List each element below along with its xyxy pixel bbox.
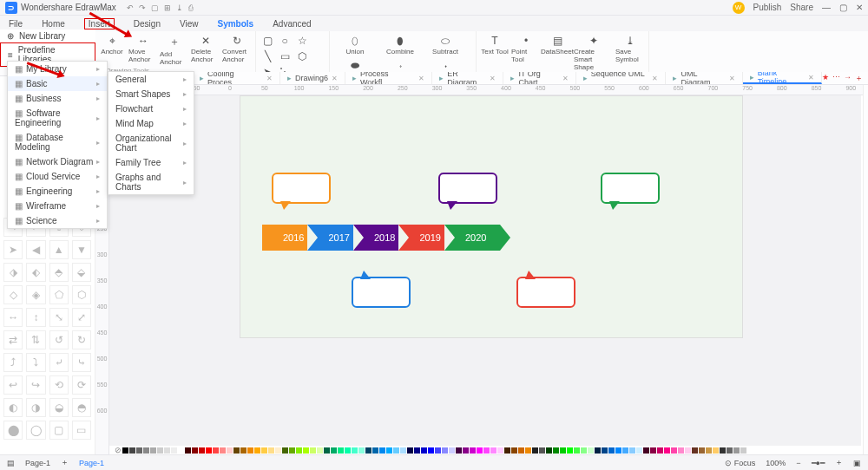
color-swatch[interactable] xyxy=(338,447,344,454)
shape-thumbnail[interactable]: ↔ xyxy=(3,308,23,327)
color-swatch[interactable] xyxy=(150,447,156,454)
shape-thumbnail[interactable]: ⤴ xyxy=(3,353,23,372)
shape-thumbnail[interactable]: ◀ xyxy=(26,240,45,259)
tab-star-icon[interactable]: ★ xyxy=(822,73,829,84)
category-item[interactable]: ▦Wireframe▸ xyxy=(8,199,107,213)
color-swatch[interactable] xyxy=(358,447,365,454)
color-swatch[interactable] xyxy=(581,447,587,454)
callout-2019[interactable] xyxy=(516,277,575,308)
color-swatch[interactable] xyxy=(206,447,212,454)
shape-thumbnail[interactable]: ⟳ xyxy=(72,375,91,395)
callout-2017[interactable] xyxy=(352,277,411,308)
category-item[interactable]: ▦My Library▸ xyxy=(8,62,107,76)
new-library-button[interactable]: ⊕New Library xyxy=(0,29,95,42)
bool-combine[interactable]: ⬮Combine xyxy=(378,33,422,55)
timeline-arrows[interactable]: 2016 2017 2018 2019 2020 xyxy=(262,225,500,251)
color-swatch[interactable] xyxy=(282,447,288,454)
color-swatch[interactable] xyxy=(365,447,372,454)
color-swatch[interactable] xyxy=(740,447,746,454)
category-item[interactable]: ▦Network Diagram▸ xyxy=(8,154,107,169)
color-swatch[interactable] xyxy=(525,447,531,454)
color-swatch[interactable] xyxy=(692,447,698,454)
shape-star[interactable]: ☆ xyxy=(294,33,310,47)
color-swatch[interactable] xyxy=(254,447,260,454)
qat-print-icon[interactable]: ⎙ xyxy=(188,3,193,12)
datasheet-tool[interactable]: ▤DataSheet xyxy=(542,33,572,71)
color-swatch[interactable] xyxy=(261,447,267,454)
text-tool[interactable]: TText Tool xyxy=(480,33,510,71)
color-swatch[interactable] xyxy=(470,447,476,454)
color-swatch[interactable] xyxy=(317,447,323,454)
color-swatch[interactable] xyxy=(629,447,635,454)
document-tab[interactable]: ▸UML Diagram✕ xyxy=(666,72,742,84)
savesymbol-tool[interactable]: ⤓Save Symbol xyxy=(615,33,645,71)
shape-line[interactable]: ╲ xyxy=(260,49,275,62)
color-swatch[interactable] xyxy=(622,447,628,454)
color-swatch[interactable] xyxy=(615,447,621,454)
color-swatch[interactable] xyxy=(713,447,719,454)
color-swatch[interactable] xyxy=(574,447,580,454)
user-avatar[interactable]: W xyxy=(733,2,745,14)
tab-close-icon[interactable]: ✕ xyxy=(562,75,569,82)
color-swatch[interactable] xyxy=(490,447,496,454)
category-item[interactable]: ▦Basic▸ xyxy=(8,76,107,91)
publish-button[interactable]: Publish xyxy=(753,3,782,12)
smartshape-tool[interactable]: ✦Create Smart Shape xyxy=(574,33,614,71)
color-swatch[interactable] xyxy=(706,447,712,454)
shape-thumbnail[interactable]: ◑ xyxy=(26,398,45,417)
shape-thumbnail[interactable]: ▢ xyxy=(49,421,69,440)
color-swatch[interactable] xyxy=(275,447,281,454)
color-swatch[interactable] xyxy=(129,447,135,454)
color-swatch[interactable] xyxy=(164,447,170,454)
shape-thumbnail[interactable]: ↻ xyxy=(72,330,91,349)
color-swatch[interactable] xyxy=(400,447,406,454)
move-anchor-tool[interactable]: ↔Move Anchor xyxy=(128,33,158,66)
color-swatch[interactable] xyxy=(289,447,295,454)
shape-thumbnail[interactable]: ◈ xyxy=(26,285,45,304)
color-swatch[interactable] xyxy=(143,447,149,454)
color-swatch[interactable] xyxy=(247,447,253,454)
shape-thumbnail[interactable]: ⇅ xyxy=(26,330,45,349)
color-swatch[interactable] xyxy=(477,447,483,454)
shape-thumbnail[interactable]: ▲ xyxy=(49,240,69,259)
color-swatch[interactable] xyxy=(185,447,191,454)
color-swatch[interactable] xyxy=(463,447,469,454)
shape-thumbnail[interactable]: ↪ xyxy=(26,375,45,395)
minimize-icon[interactable]: — xyxy=(822,3,831,12)
subcategory-item[interactable]: Flowchart▸ xyxy=(108,101,194,116)
color-swatch[interactable] xyxy=(331,447,337,454)
color-swatch[interactable] xyxy=(296,447,302,454)
shape-thumbnail[interactable]: ◇ xyxy=(3,285,23,304)
color-swatch[interactable] xyxy=(310,447,316,454)
shape-thumbnail[interactable]: ⤡ xyxy=(49,308,69,327)
color-swatch[interactable] xyxy=(608,447,615,454)
undo-icon[interactable]: ↶ xyxy=(127,3,134,12)
shape-thumbnail[interactable]: ⤷ xyxy=(72,353,91,372)
color-swatch[interactable] xyxy=(588,447,594,454)
color-swatch[interactable] xyxy=(178,447,184,454)
menu-symbols[interactable]: Symbols xyxy=(217,19,253,29)
status-page-add-icon[interactable]: ＋ xyxy=(61,457,69,468)
redo-icon[interactable]: ↷ xyxy=(139,3,146,12)
color-swatch[interactable] xyxy=(539,447,545,454)
qat-open-icon[interactable]: ⊞ xyxy=(164,3,171,12)
tab-next-icon[interactable]: → xyxy=(844,73,852,84)
tab-menu-icon[interactable]: ⋯ xyxy=(832,73,840,84)
focus-button[interactable]: ⊙ Focus xyxy=(725,459,755,467)
tab-add-icon[interactable]: ＋ xyxy=(855,73,863,84)
bool-subtract[interactable]: ⬭Subtract xyxy=(424,33,467,55)
document-tab[interactable]: ▸Cooling Proces...✕ xyxy=(193,72,280,84)
color-swatch[interactable] xyxy=(442,447,448,454)
shape-thumbnail[interactable]: ◒ xyxy=(49,398,69,417)
color-swatch[interactable] xyxy=(268,447,274,454)
page-surface[interactable]: 2016 2017 2018 2019 2020 xyxy=(240,95,743,338)
callout-2018[interactable] xyxy=(438,173,497,204)
menu-design[interactable]: Design xyxy=(134,19,161,29)
color-swatch[interactable] xyxy=(553,447,559,454)
color-swatch[interactable] xyxy=(685,447,691,454)
subcategory-item[interactable]: General▸ xyxy=(108,72,194,87)
shape-thumbnail[interactable]: ⤵ xyxy=(26,353,45,372)
category-item[interactable]: ▦Science▸ xyxy=(8,213,107,228)
shape-circle[interactable]: ○ xyxy=(277,33,293,47)
color-swatch[interactable] xyxy=(511,447,517,454)
